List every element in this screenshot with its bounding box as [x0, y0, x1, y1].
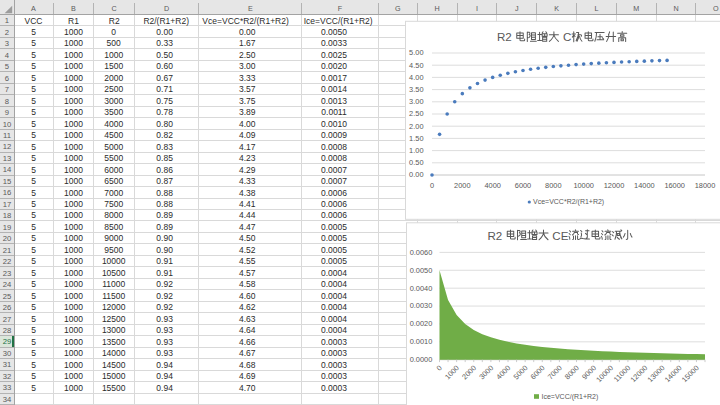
svg-text:5: 5	[31, 337, 36, 347]
svg-text:24: 24	[3, 280, 12, 289]
svg-text:0.0050: 0.0050	[410, 266, 433, 275]
svg-text:5: 5	[31, 50, 36, 60]
svg-text:7500: 7500	[104, 199, 123, 209]
svg-text:0.0014: 0.0014	[321, 84, 347, 94]
svg-text:5: 5	[31, 188, 36, 198]
svg-text:0.0060: 0.0060	[410, 248, 433, 257]
svg-text:5500: 5500	[104, 153, 123, 163]
svg-text:0: 0	[430, 181, 434, 190]
svg-text:11500: 11500	[102, 291, 125, 301]
svg-text:0.91: 0.91	[156, 256, 173, 266]
svg-text:0.0008: 0.0008	[321, 153, 347, 163]
svg-text:I: I	[476, 4, 478, 13]
svg-text:1000: 1000	[104, 50, 123, 60]
svg-text:0.0011: 0.0011	[321, 107, 347, 117]
svg-text:R2/(R1+R2): R2/(R1+R2)	[143, 16, 189, 26]
svg-text:4000: 4000	[104, 119, 123, 129]
svg-text:4.60: 4.60	[239, 291, 256, 301]
svg-text:4.50: 4.50	[409, 61, 423, 70]
svg-text:0.0030: 0.0030	[410, 301, 433, 310]
svg-text:4.50: 4.50	[239, 233, 256, 243]
svg-text:5: 5	[31, 222, 36, 232]
svg-text:4.66: 4.66	[239, 337, 256, 347]
svg-text:1000: 1000	[64, 119, 83, 129]
svg-text:3.75: 3.75	[239, 96, 256, 106]
svg-text:0.0013: 0.0013	[321, 96, 347, 106]
svg-text:1: 1	[5, 16, 9, 25]
svg-text:CE: CE	[552, 229, 568, 242]
svg-text:0.88: 0.88	[156, 188, 173, 198]
svg-text:13: 13	[3, 154, 12, 163]
svg-text:1000: 1000	[64, 337, 83, 347]
svg-text:4.47: 4.47	[239, 222, 256, 232]
svg-text:30: 30	[3, 349, 12, 358]
svg-text:4000: 4000	[484, 181, 500, 190]
svg-text:0.0006: 0.0006	[321, 199, 347, 209]
svg-text:4.69: 4.69	[239, 371, 256, 381]
svg-text:0.0004: 0.0004	[321, 279, 347, 289]
svg-text:Ice=VCC/(R1+R2): Ice=VCC/(R1+R2)	[542, 393, 599, 401]
svg-text:16000: 16000	[664, 181, 685, 190]
svg-text:22: 22	[3, 257, 12, 266]
svg-text:28: 28	[3, 326, 12, 335]
svg-text:26: 26	[3, 303, 12, 312]
svg-text:C: C	[112, 4, 117, 13]
svg-text:VCC: VCC	[25, 16, 43, 26]
svg-text:14000: 14000	[102, 348, 126, 358]
svg-text:1.67: 1.67	[239, 38, 256, 48]
svg-text:15: 15	[3, 177, 12, 186]
svg-text:1000: 1000	[64, 38, 83, 48]
svg-text:J: J	[515, 4, 519, 13]
svg-text:0.33: 0.33	[156, 38, 173, 48]
svg-text:0.92: 0.92	[156, 291, 173, 301]
svg-text:5.00: 5.00	[409, 48, 423, 57]
svg-text:12000: 12000	[102, 302, 126, 312]
svg-text:5: 5	[31, 61, 36, 71]
svg-text:5: 5	[31, 96, 36, 106]
svg-text:13000: 13000	[102, 325, 126, 335]
svg-text:E: E	[248, 4, 253, 13]
svg-text:B: B	[71, 4, 76, 13]
svg-text:15000: 15000	[102, 371, 126, 381]
svg-text:0.0004: 0.0004	[321, 325, 347, 335]
svg-text:21: 21	[3, 246, 12, 255]
svg-text:1000: 1000	[64, 188, 83, 198]
svg-text:3500: 3500	[104, 107, 123, 117]
svg-text:1000: 1000	[64, 73, 83, 83]
svg-text:5: 5	[31, 256, 36, 266]
svg-text:2500: 2500	[104, 84, 123, 94]
svg-text:0.0005: 0.0005	[321, 245, 347, 255]
svg-text:4.58: 4.58	[239, 279, 256, 289]
svg-text:2000: 2000	[454, 181, 470, 190]
svg-text:20: 20	[3, 234, 12, 243]
svg-text:25: 25	[3, 292, 12, 301]
svg-text:1000: 1000	[64, 233, 83, 243]
svg-text:2.50: 2.50	[409, 109, 423, 118]
svg-text:1000: 1000	[64, 291, 83, 301]
svg-text:5: 5	[31, 84, 36, 94]
svg-text:O: O	[713, 4, 719, 13]
svg-text:3: 3	[5, 39, 9, 48]
svg-text:29: 29	[3, 337, 12, 346]
svg-text:34: 34	[3, 395, 12, 404]
svg-text:5: 5	[31, 268, 36, 278]
svg-text:0.0017: 0.0017	[321, 73, 347, 83]
svg-text:3.50: 3.50	[409, 85, 423, 94]
svg-text:0.0005: 0.0005	[321, 256, 347, 266]
svg-text:5000: 5000	[104, 142, 123, 152]
svg-text:5: 5	[31, 165, 36, 175]
svg-text:11000: 11000	[102, 279, 125, 289]
svg-text:0.82: 0.82	[156, 130, 173, 140]
svg-text:5: 5	[5, 62, 9, 71]
svg-text:10: 10	[3, 120, 12, 129]
svg-text:1000: 1000	[64, 210, 83, 220]
svg-text:0.94: 0.94	[156, 371, 173, 381]
svg-text:D: D	[164, 4, 169, 13]
svg-text:5: 5	[31, 233, 36, 243]
svg-text:0.0008: 0.0008	[321, 142, 347, 152]
svg-text:0.0003: 0.0003	[321, 383, 347, 393]
svg-text:4.09: 4.09	[239, 130, 256, 140]
svg-text:3000: 3000	[104, 96, 123, 106]
svg-text:4.64: 4.64	[239, 325, 256, 335]
svg-text:5: 5	[31, 27, 36, 37]
